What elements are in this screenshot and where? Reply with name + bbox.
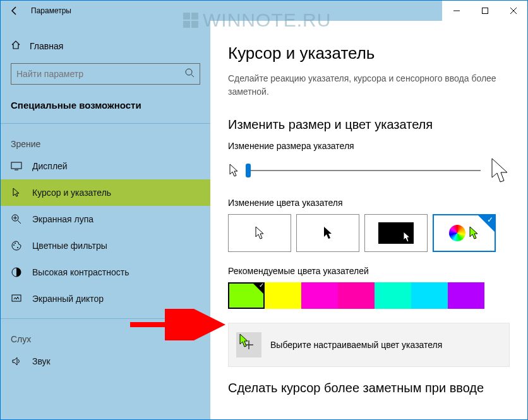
swatch-yellow[interactable] <box>265 282 301 309</box>
cursor-large-icon <box>489 157 510 184</box>
nav-vision: Дисплей Курсор и указатель Экранная лупа… <box>1 153 210 312</box>
pointer-color-white[interactable] <box>228 214 291 252</box>
narrator-icon <box>11 293 22 304</box>
category-hearing: Слух <box>1 318 210 348</box>
sidebar-item-label: Экранный диктор <box>32 294 104 304</box>
sidebar-item-label: Цветные фильтры <box>32 241 107 251</box>
svg-point-13 <box>15 243 16 244</box>
pointer-color-options: ✓ <box>228 214 510 252</box>
palette-icon <box>11 240 22 251</box>
pointer-size-slider[interactable] <box>248 170 481 171</box>
add-custom-color-button[interactable] <box>236 332 261 357</box>
svg-point-12 <box>13 244 15 246</box>
swatch-lime[interactable]: ✓ <box>228 282 265 309</box>
minimize-button[interactable] <box>442 1 471 21</box>
display-icon <box>11 160 22 172</box>
sidebar-item-label: Курсор и указатель <box>32 188 111 198</box>
page-title: Курсор и указатель <box>228 44 510 63</box>
category-vision: Зрение <box>1 123 210 153</box>
titlebar: Параметры <box>1 1 527 21</box>
sidebar-item-color-filters[interactable]: Цветные фильтры <box>1 232 210 259</box>
sidebar: Главная Специальные возможности Зрение Д… <box>1 21 210 419</box>
section-title: Специальные возможности <box>1 85 210 117</box>
home-label: Главная <box>30 41 63 51</box>
pointer-color-inverted[interactable] <box>364 214 428 252</box>
search-icon <box>184 68 195 80</box>
svg-line-5 <box>191 75 194 77</box>
pointer-color-label: Изменение цвета указателя <box>228 198 510 208</box>
swatch-magenta[interactable] <box>338 282 375 309</box>
sound-icon <box>11 356 22 367</box>
slider-thumb[interactable] <box>246 164 251 177</box>
custom-color-row[interactable]: Выберите настраиваемый цвет указателя <box>228 323 510 367</box>
swatch-pink[interactable] <box>301 282 338 309</box>
svg-line-11 <box>18 220 21 224</box>
sidebar-item-magnifier[interactable]: Экранная лупа <box>1 206 210 232</box>
sidebar-item-label: Звук <box>32 356 51 366</box>
magnifier-icon <box>11 213 22 225</box>
section-cursor-visibility: Сделать курсор более заметным при вводе <box>228 381 510 395</box>
pointer-size-label: Изменение размера указателя <box>228 141 510 151</box>
swatch-cyan[interactable] <box>411 282 448 309</box>
page-description: Сделайте реакцию указателя, курсора и се… <box>228 72 510 99</box>
settings-window: Параметры Главная Специальные возможност… <box>0 0 528 420</box>
svg-point-14 <box>17 247 18 248</box>
custom-color-label: Выберите настраиваемый цвет указателя <box>270 340 442 350</box>
search-input-wrap[interactable] <box>11 63 200 85</box>
svg-rect-6 <box>11 162 21 169</box>
window-title: Параметры <box>28 6 71 15</box>
sidebar-item-display[interactable]: Дисплей <box>1 153 210 179</box>
nav-hearing: Звук <box>1 348 210 375</box>
home-icon <box>11 40 21 52</box>
pointer-color-black[interactable] <box>296 214 359 252</box>
close-button[interactable] <box>499 1 527 21</box>
svg-rect-16 <box>12 295 21 301</box>
sidebar-item-label: Высокая контрастность <box>32 267 129 277</box>
sidebar-item-narrator[interactable]: Экранный диктор <box>1 285 210 312</box>
pointer-size-slider-row <box>228 157 510 184</box>
pointer-color-custom[interactable]: ✓ <box>433 214 496 252</box>
content-area: Курсор и указатель Сделайте реакцию указ… <box>210 21 527 419</box>
window-controls <box>442 1 527 21</box>
swatch-purple[interactable] <box>448 282 484 309</box>
maximize-button[interactable] <box>471 1 499 21</box>
recommended-colors-label: Рекомендуемые цвета указателей <box>228 266 510 276</box>
recommended-swatches: ✓ <box>228 282 510 309</box>
swatch-turquoise[interactable] <box>375 282 411 309</box>
search-input[interactable] <box>16 69 184 79</box>
contrast-icon <box>11 267 22 278</box>
svg-rect-1 <box>482 8 488 14</box>
sidebar-item-label: Дисплей <box>32 161 68 171</box>
cursor-small-icon <box>228 163 239 178</box>
sidebar-item-cursor[interactable]: Курсор и указатель <box>1 179 210 206</box>
back-button[interactable] <box>1 1 28 21</box>
svg-point-4 <box>186 69 192 75</box>
sidebar-item-sound[interactable]: Звук <box>1 348 210 375</box>
section-pointer-size-color: Изменить размер и цвет указателя <box>228 117 510 132</box>
cursor-icon <box>11 187 22 198</box>
color-wheel-icon <box>449 225 465 241</box>
home-nav[interactable]: Главная <box>1 35 210 57</box>
sidebar-item-label: Экранная лупа <box>32 214 93 224</box>
sidebar-item-high-contrast[interactable]: Высокая контрастность <box>1 259 210 285</box>
